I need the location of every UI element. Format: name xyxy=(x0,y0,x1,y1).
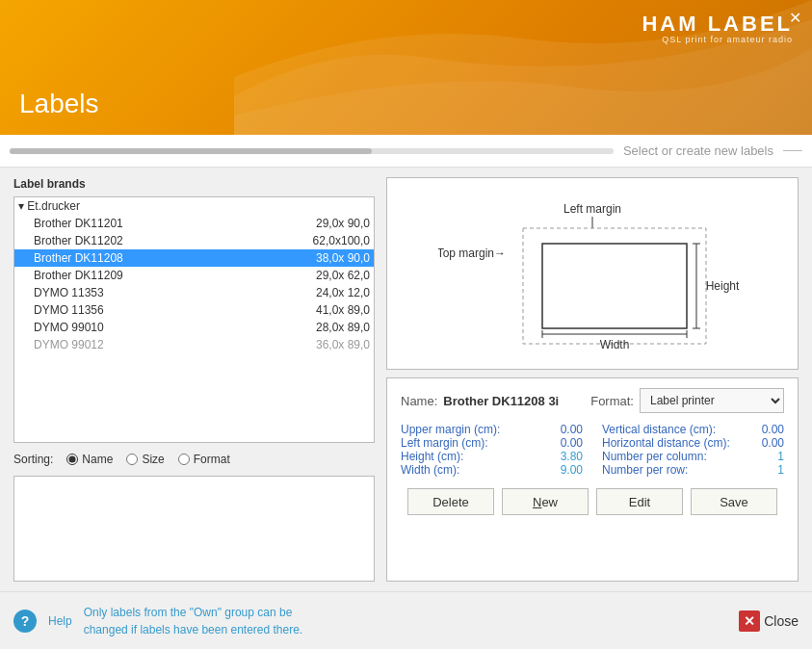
new-button[interactable]: New xyxy=(502,488,589,515)
right-panel: Left margin Top margin→ Width Height xyxy=(386,177,799,582)
field-value: 1 xyxy=(777,463,784,477)
field-label: Horizontal distance (cm): xyxy=(602,436,730,450)
label-size: 36,0x 89,0 xyxy=(316,338,370,351)
list-item[interactable]: Brother DK11208 38,0x 90,0 xyxy=(14,249,374,267)
sorting-size-label[interactable]: Size xyxy=(126,453,164,466)
main-content: Label brands ▾ Et.drucker Brother DK1120… xyxy=(0,168,812,591)
label-name: Brother DK11209 xyxy=(34,269,123,282)
label-diagram: Left margin Top margin→ Width Height xyxy=(438,192,747,355)
diagram-box: Left margin Top margin→ Width Height xyxy=(386,177,799,370)
sorting-name-label[interactable]: Name xyxy=(66,453,113,466)
close-x-icon: ✕ xyxy=(739,610,760,632)
window-close-button[interactable]: ✕ xyxy=(785,8,804,27)
header: HAM LABEL QSL print for amateur radio La… xyxy=(0,0,812,135)
label-name: Brother DK11208 xyxy=(34,251,123,265)
toolbar-hint: Select or create new labels xyxy=(623,143,773,158)
left-margin-label: Left margin xyxy=(563,202,621,216)
label-name: DYMO 99012 xyxy=(34,338,104,351)
sorting-label: Sorting: xyxy=(13,453,53,466)
tree-group-label: Et.drucker xyxy=(27,199,80,213)
list-item[interactable]: Brother DK11201 29,0x 90,0 xyxy=(14,215,374,232)
tree-container[interactable]: ▾ Et.drucker Brother DK11201 29,0x 90,0 … xyxy=(13,196,375,443)
toolbar-scrollbar[interactable] xyxy=(10,148,614,154)
label-size: 62,0x100,0 xyxy=(313,234,370,247)
window-close-icon: ✕ xyxy=(789,9,801,27)
field-row: Left margin (cm): 0.00 xyxy=(401,436,583,450)
list-item[interactable]: Brother DK11209 29,0x 62,0 xyxy=(14,267,374,284)
label-name: DYMO 11353 xyxy=(34,286,104,299)
field-value: 3.80 xyxy=(561,450,583,463)
field-label: Width (cm): xyxy=(401,463,459,477)
sorting-size-radio[interactable] xyxy=(126,454,138,465)
help-icon[interactable]: ? xyxy=(13,610,37,633)
field-row: Vertical distance (cm): 0.00 xyxy=(602,423,784,436)
list-item[interactable]: Brother DK11202 62,0x100,0 xyxy=(14,232,374,249)
field-value: 0.00 xyxy=(762,423,784,436)
label-size: 29,0x 90,0 xyxy=(316,217,370,230)
info-name-value: Brother DK11208 3i xyxy=(443,394,559,408)
logo-sub: QSL print for amateur radio xyxy=(642,35,793,44)
list-item[interactable]: DYMO 99010 28,0x 89,0 xyxy=(14,319,374,336)
footer-note-line2: changed if labels have been entered ther… xyxy=(84,623,303,636)
label-size: 38,0x 90,0 xyxy=(316,251,370,265)
close-label: Close xyxy=(764,613,799,629)
field-value: 0.00 xyxy=(762,436,784,450)
sorting-name-radio[interactable] xyxy=(66,454,78,465)
header-title: Labels xyxy=(19,89,99,119)
info-name-label: Name: xyxy=(401,394,437,408)
field-row: Height (cm): 3.80 xyxy=(401,450,583,463)
sorting-format-text: Format xyxy=(194,453,230,466)
action-buttons: Delete New Edit Save xyxy=(401,488,784,515)
sorting-format-radio[interactable] xyxy=(178,454,190,465)
info-header: Name: Brother DK11208 3i Format: Label p… xyxy=(401,388,784,413)
toolbar-scrollbar-thumb xyxy=(10,148,372,154)
list-item[interactable]: DYMO 11353 24,0x 12,0 xyxy=(14,284,374,301)
header-logo: HAM LABEL QSL print for amateur radio xyxy=(642,13,793,44)
delete-button[interactable]: Delete xyxy=(407,488,494,515)
footer: ? Help Only labels from the "Own" group … xyxy=(0,591,812,649)
preview-box xyxy=(13,476,375,582)
top-margin-label: Top margin→ xyxy=(438,247,506,260)
field-label: Number per row: xyxy=(602,463,688,477)
label-size: 29,0x 62,0 xyxy=(316,269,370,282)
left-panel: Label brands ▾ Et.drucker Brother DK1120… xyxy=(13,177,375,582)
save-button[interactable]: Save xyxy=(691,488,777,515)
list-item[interactable]: DYMO 99012 36,0x 89,0 xyxy=(14,336,374,353)
label-name: Brother DK11202 xyxy=(34,234,123,247)
label-brands-title: Label brands xyxy=(13,177,375,191)
field-row: Number per column: 1 xyxy=(602,450,784,463)
edit-button[interactable]: Edit xyxy=(596,488,683,515)
tree-group-expand-icon: ▾ xyxy=(18,199,27,213)
list-item[interactable]: DYMO 11356 41,0x 89,0 xyxy=(14,301,374,319)
field-label: Left margin (cm): xyxy=(401,436,488,450)
fields-right-col: Vertical distance (cm): 0.00 Horizontal … xyxy=(602,423,784,477)
new-button-label: New xyxy=(533,495,558,509)
field-row: Horizontal distance (cm): 0.00 xyxy=(602,436,784,450)
close-button[interactable]: ✕ Close xyxy=(739,610,799,632)
toolbar: Select or create new labels xyxy=(0,135,812,168)
label-name: DYMO 99010 xyxy=(34,321,104,334)
field-label: Height (cm): xyxy=(401,450,463,463)
fields-left-col: Upper margin (cm): 0.00 Left margin (cm)… xyxy=(401,423,583,477)
field-label: Number per column: xyxy=(602,450,707,463)
footer-note-line1: Only labels from the "Own" group can be xyxy=(84,606,293,619)
sorting-name-text: Name xyxy=(82,453,113,466)
height-label: Height xyxy=(706,279,740,293)
width-label: Width xyxy=(600,338,630,351)
sorting-format-label[interactable]: Format xyxy=(178,453,230,466)
sorting-row: Sorting: Name Size Format xyxy=(13,453,375,466)
field-value: 0.00 xyxy=(561,436,583,450)
toolbar-line xyxy=(783,150,802,151)
field-row: Upper margin (cm): 0.00 xyxy=(401,423,583,436)
help-text[interactable]: Help xyxy=(48,614,72,628)
field-label: Upper margin (cm): xyxy=(401,423,500,436)
tree-group[interactable]: ▾ Et.drucker xyxy=(14,197,374,215)
field-value: 9.00 xyxy=(561,463,583,477)
label-size: 28,0x 89,0 xyxy=(316,321,370,334)
field-label: Vertical distance (cm): xyxy=(602,423,716,436)
sorting-size-text: Size xyxy=(142,453,164,466)
field-row: Width (cm): 9.00 xyxy=(401,463,583,477)
info-panel: Name: Brother DK11208 3i Format: Label p… xyxy=(386,377,799,582)
label-name: Brother DK11201 xyxy=(34,217,123,230)
format-select[interactable]: Label printer Inkjet Laser xyxy=(640,388,784,413)
